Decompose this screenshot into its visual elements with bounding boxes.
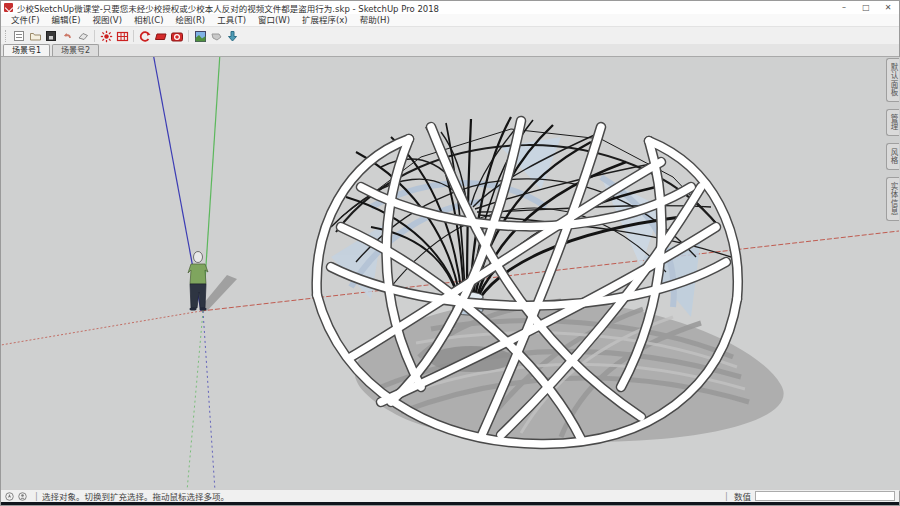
model-viewport[interactable]: [1, 57, 900, 491]
tray-tab-styles[interactable]: 风格: [886, 143, 899, 170]
toolbar-separator: [94, 30, 95, 42]
statusbar-separator: |: [725, 491, 728, 501]
measurements-input[interactable]: [755, 491, 895, 501]
sketchup-window: 少校SketchUp微课堂-只要您未经少校授权或少校本人反对的视频文件都是盗用行…: [0, 0, 900, 506]
green-axis-negative: [187, 311, 203, 491]
menu-tools[interactable]: 工具(T): [211, 14, 252, 27]
minimize-button[interactable]: –: [833, 1, 855, 14]
credits-person-icon[interactable]: [18, 492, 27, 501]
red-grid-plugin-icon[interactable]: [114, 29, 130, 43]
undo-icon[interactable]: [59, 29, 75, 43]
window-bottom-edge: [1, 502, 899, 505]
save-icon[interactable]: [43, 29, 59, 43]
scene-tab-2[interactable]: 场景号2: [52, 44, 99, 56]
title-bar: 少校SketchUp微课堂-只要您未经少校授权或少校本人反对的视频文件都是盗用行…: [1, 1, 899, 14]
new-document-icon[interactable]: [11, 29, 27, 43]
menu-extensions[interactable]: 扩展程序(x): [296, 14, 354, 27]
menu-window[interactable]: 窗口(W): [252, 14, 296, 27]
menu-draw[interactable]: 绘图(R): [170, 14, 212, 27]
toolbar-separator: [133, 30, 134, 42]
tray-tab-bar: 默认面板 管理 风格 实体信息: [886, 58, 899, 221]
red-sun-plugin-icon[interactable]: [98, 29, 114, 43]
menu-edit[interactable]: 编辑(E): [46, 14, 87, 27]
tray-tab-entity-info[interactable]: 实体信息: [886, 177, 899, 221]
maximize-button[interactable]: □: [855, 1, 877, 14]
toolbar: [1, 28, 899, 44]
close-button[interactable]: ✕: [877, 1, 899, 14]
menu-help[interactable]: 帮助(H): [354, 14, 396, 27]
status-message: 选择对象。切换到扩充选择。拖动鼠标选择多项。: [42, 490, 229, 502]
export-down-plugin-icon[interactable]: [224, 29, 240, 43]
menu-view[interactable]: 视图(V): [87, 14, 128, 27]
tray-tab-manage[interactable]: 管理: [886, 109, 899, 136]
menu-file[interactable]: 文件(F): [5, 14, 46, 27]
status-bar: | 选择对象。切换到扩充选择。拖动鼠标选择多项。 | 数值: [1, 489, 899, 502]
red-flag-plugin-icon[interactable]: [153, 29, 169, 43]
red-axis-negative: [1, 311, 201, 345]
scene-tab-1[interactable]: 场景号1: [3, 44, 50, 56]
window-title: 少校SketchUp微课堂-只要您未经少校授权或少校本人反对的视频文件都是盗用行…: [17, 2, 439, 14]
scene-tab-bar: 场景号1 场景号2: [1, 44, 899, 57]
toolbar-grip: [5, 30, 9, 42]
tray-tab-default[interactable]: 默认面板: [886, 58, 899, 102]
model-canvas: [1, 57, 900, 491]
blue-axis-negative: [203, 311, 215, 491]
menu-bar: 文件(F) 编辑(E) 视图(V) 相机(C) 绘图(R) 工具(T) 窗口(W…: [1, 14, 899, 27]
gray-arrow-plugin-icon[interactable]: [208, 29, 224, 43]
red-camera-plugin-icon[interactable]: [169, 29, 185, 43]
scene-image-plugin-icon[interactable]: [192, 29, 208, 43]
eraser-icon[interactable]: [75, 29, 91, 43]
open-folder-icon[interactable]: [27, 29, 43, 43]
sketchup-app-icon: [4, 3, 13, 12]
red-rotate-plugin-icon[interactable]: [137, 29, 153, 43]
measurements-label: 数值: [734, 490, 751, 502]
toolbar-separator: [188, 30, 189, 42]
statusbar-separator: |: [35, 491, 38, 501]
geolocation-icon[interactable]: [5, 492, 14, 501]
menu-camera[interactable]: 相机(C): [128, 14, 170, 27]
